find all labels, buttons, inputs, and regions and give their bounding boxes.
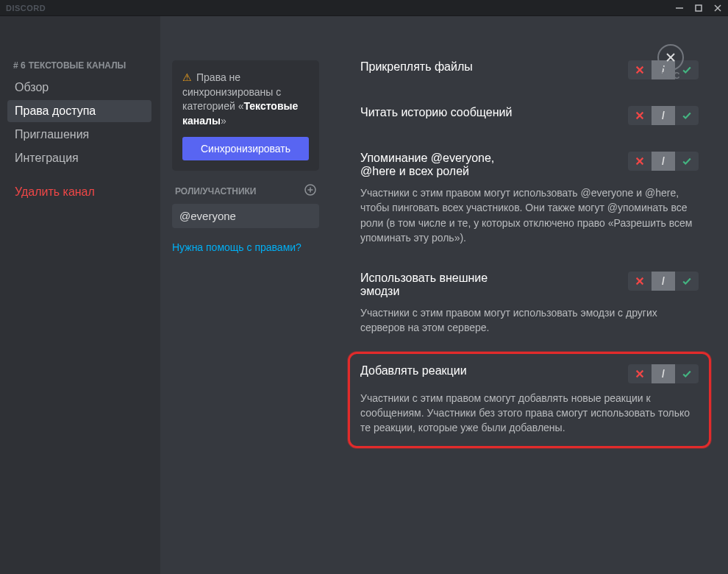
permission-toggle: / — [628, 106, 699, 125]
role-item-everyone[interactable]: @everyone — [172, 204, 319, 228]
permission-description: Участники с этим правом могут использова… — [360, 305, 699, 336]
permission-toggle: / — [628, 364, 699, 383]
app-content: # 6 ТЕКСТОВЫЕ КАНАЛЫ Обзор Права доступа… — [0, 16, 728, 574]
sidebar-item-invites[interactable]: Приглашения — [7, 124, 151, 146]
toggle-allow[interactable] — [675, 152, 699, 171]
sync-notice: ⚠Права не синхронизированы с категорией … — [172, 60, 319, 171]
roles-header: РОЛИ/УЧАСТНИКИ — [172, 184, 319, 198]
permission-mention-everyone: Упоминание @everyone, @here и всех ролей… — [360, 152, 699, 245]
sidebar-item-overview[interactable]: Обзор — [7, 77, 151, 99]
permission-title: Упоминание @everyone, @here и всех ролей — [360, 152, 529, 178]
sidebar-item-delete-channel[interactable]: Удалить канал — [7, 181, 151, 203]
permissions-help-link[interactable]: Нужна помощь с правами? — [172, 241, 319, 253]
permission-description: Участники с этим правом могут использова… — [360, 185, 699, 245]
toggle-deny[interactable] — [628, 272, 652, 291]
sidebar-item-integrations[interactable]: Интеграция — [7, 147, 151, 169]
close-settings-label: ESC — [662, 71, 680, 81]
sync-notice-text: ⚠Права не синхронизированы с категорией … — [182, 71, 309, 128]
permission-title: Использовать внешние эмодзи — [360, 272, 529, 298]
add-role-icon[interactable] — [304, 184, 316, 198]
close-settings-button[interactable] — [657, 44, 684, 71]
settings-sidebar: # 6 ТЕКСТОВЫЕ КАНАЛЫ Обзор Права доступа… — [0, 16, 160, 574]
sidebar-header: # 6 ТЕКСТОВЫЕ КАНАЛЫ — [7, 60, 151, 71]
permission-title: Добавлять реакции — [360, 364, 467, 378]
toggle-neutral[interactable]: / — [652, 106, 675, 125]
toggle-neutral[interactable]: / — [652, 272, 675, 291]
permissions-panel: Прикреплять файлы/Читать историю сообщен… — [331, 16, 728, 574]
sidebar-item-permissions[interactable]: Права доступа — [7, 100, 151, 122]
toggle-deny[interactable] — [628, 364, 652, 383]
sync-button[interactable]: Синхронизировать — [182, 137, 309, 160]
roles-header-label: РОЛИ/УЧАСТНИКИ — [175, 186, 256, 196]
permission-title: Прикреплять файлы — [360, 60, 473, 74]
permission-read-history: Читать историю сообщений/ — [360, 106, 699, 125]
svg-rect-1 — [696, 5, 702, 11]
permission-title: Читать историю сообщений — [360, 106, 512, 119]
toggle-deny[interactable] — [628, 152, 652, 171]
close-settings: ESC — [641, 44, 700, 81]
minimize-button[interactable] — [675, 4, 684, 13]
titlebar: DISCORD — [0, 0, 728, 16]
permission-external-emoji: Использовать внешние эмодзи/Участники с … — [360, 272, 699, 336]
permission-toggle: / — [628, 272, 699, 291]
close-window-button[interactable] — [713, 4, 722, 13]
toggle-allow[interactable] — [675, 364, 699, 383]
toggle-neutral[interactable]: / — [652, 152, 675, 171]
toggle-allow[interactable] — [675, 106, 699, 125]
window-controls — [675, 4, 722, 13]
toggle-deny[interactable] — [628, 106, 652, 125]
roles-column: ⚠Права не синхронизированы с категорией … — [160, 16, 331, 574]
app-logo: DISCORD — [6, 4, 46, 13]
permission-description: Участники с этим правом смогут добавлять… — [360, 391, 699, 436]
permission-add-reactions: Добавлять реакции/Участники с этим право… — [348, 352, 711, 448]
warning-icon: ⚠ — [182, 71, 192, 83]
toggle-allow[interactable] — [675, 272, 699, 291]
permission-toggle: / — [628, 152, 699, 171]
sidebar-header-label: ТЕКСТОВЫЕ КАНАЛЫ — [29, 60, 126, 71]
hash-icon: # 6 — [13, 60, 26, 71]
maximize-button[interactable] — [694, 4, 703, 13]
toggle-neutral[interactable]: / — [652, 364, 675, 383]
